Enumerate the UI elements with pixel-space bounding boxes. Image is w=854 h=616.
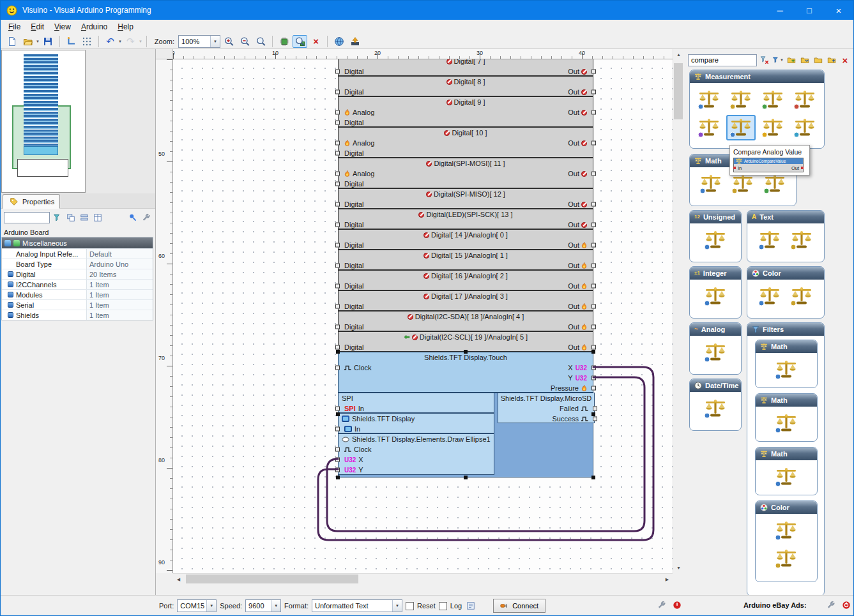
input-pin[interactable]: [335, 264, 340, 268]
selection-handle[interactable]: [591, 350, 595, 354]
output-pin[interactable]: [591, 264, 596, 268]
pin-block-digital-spi-mosi-11[interactable]: Digital(SPI-MOSI)[ 11 ]AnalogDigitalOut: [338, 158, 593, 188]
property-value[interactable]: 20 Items: [86, 269, 153, 279]
delete-selected-button[interactable]: ×: [309, 35, 323, 48]
chevron-down-icon[interactable]: ▼: [392, 600, 402, 612]
filter-icon[interactable]: [52, 212, 63, 223]
collapse-categories-icon[interactable]: [79, 212, 90, 223]
category-header-color[interactable]: Color: [756, 501, 817, 514]
undo-button[interactable]: ↶: [103, 35, 118, 48]
selection-handle[interactable]: [591, 412, 595, 416]
component-tft-display-touch[interactable]: Shields.TFT Display.Touch Clock X U32 Y …: [338, 352, 593, 393]
expand-node-icon[interactable]: [6, 282, 15, 287]
clock-input-pin[interactable]: [335, 366, 340, 370]
horizontal-scroll-thumb[interactable]: [186, 575, 358, 583]
open-web-button[interactable]: [332, 35, 346, 48]
output-pin[interactable]: [591, 172, 596, 176]
tools-icon[interactable]: [656, 599, 667, 611]
component-icon[interactable]: [755, 283, 784, 309]
input-pin[interactable]: [335, 151, 340, 156]
log-checkbox[interactable]: [439, 602, 447, 610]
zoom-select[interactable]: 100%▼: [178, 35, 220, 48]
component-tft-display-microsd[interactable]: Shields.TFT Display.MicroSD Failed Succe…: [498, 393, 595, 423]
input-pin[interactable]: [335, 223, 340, 227]
folder-open-icon[interactable]: [812, 54, 824, 66]
output-pin[interactable]: [591, 202, 596, 207]
maximize-button[interactable]: □: [795, 1, 824, 20]
category-header-filters[interactable]: Filters: [747, 323, 824, 336]
stop-icon[interactable]: [671, 599, 683, 611]
scroll-right-icon[interactable]: ▶: [662, 574, 673, 585]
component-icon[interactable]: [701, 340, 730, 365]
x-output-pin[interactable]: [591, 366, 596, 370]
speed-select[interactable]: 9600▼: [245, 599, 281, 612]
menu-edit[interactable]: Edit: [26, 20, 49, 33]
zoom-in-button[interactable]: [222, 35, 236, 48]
compile-upload-button[interactable]: [347, 35, 362, 48]
y-output-pin[interactable]: [591, 376, 596, 380]
minimize-button[interactable]: ─: [765, 1, 795, 20]
properties-search-input[interactable]: [4, 212, 50, 223]
pin-block-digital-10[interactable]: Digital[ 10 ]AnalogDigitalOut: [338, 127, 593, 158]
spi-input-pin[interactable]: [335, 407, 340, 411]
scroll-left-icon[interactable]: ◀: [173, 574, 184, 585]
category-header-unsigned[interactable]: 12Unsigned: [690, 211, 741, 223]
format-select[interactable]: Unformatted Text▼: [312, 599, 402, 612]
component-icon[interactable]: [772, 518, 801, 543]
component-icon[interactable]: [701, 283, 730, 309]
category-header-integer[interactable]: ±1Integer: [690, 267, 741, 280]
property-row-board-type[interactable]: Board TypeArduino Uno: [2, 259, 153, 269]
category-header-color[interactable]: Color: [747, 267, 824, 280]
component-icon[interactable]: [726, 115, 756, 140]
port-select[interactable]: COM15▼: [177, 599, 217, 612]
input-pin[interactable]: [335, 284, 340, 289]
input-pin[interactable]: [335, 172, 340, 176]
expand-node-icon[interactable]: [6, 302, 15, 308]
property-row-serial[interactable]: Serial1 Item: [2, 299, 153, 310]
component-icon[interactable]: [726, 87, 756, 112]
property-row-digital[interactable]: Digital20 Items: [2, 269, 153, 279]
chevron-down-icon[interactable]: ▼: [210, 36, 220, 47]
pin-block-digital-spi-miso-12[interactable]: Digital(SPI-MISO)[ 12 ]DigitalOut: [338, 188, 593, 209]
chevron-down-icon[interactable]: ▼: [271, 600, 280, 612]
component-icon[interactable]: [790, 115, 820, 140]
expand-node-icon[interactable]: [6, 312, 15, 318]
pin-block-digital-i2c-sda-18-analogin-4[interactable]: Digital(I2C-SDA)[ 18 ]/AnalogIn[ 4 ]Digi…: [338, 311, 593, 331]
pin-block-digital-16-analogin-2[interactable]: Digital[ 16 ]/AnalogIn[ 2 ]DigitalOut: [338, 270, 593, 290]
filter-menu-icon[interactable]: ▼: [772, 54, 784, 66]
pin-icon[interactable]: [127, 212, 139, 223]
column-view-icon[interactable]: [92, 212, 103, 223]
property-row-analog-input-refe[interactable]: Analog Input Refe...Default: [2, 248, 153, 259]
ellipse-x-pin[interactable]: [335, 458, 340, 462]
selection-handle[interactable]: [591, 476, 595, 479]
select-mode-button[interactable]: [293, 35, 307, 48]
close-button[interactable]: ×: [824, 1, 853, 20]
clear-search-icon[interactable]: [759, 54, 770, 66]
zoom-out-button[interactable]: [238, 35, 252, 48]
menu-arduino[interactable]: Arduino: [76, 20, 112, 33]
delete-category-icon[interactable]: ×: [839, 54, 851, 66]
selection-handle[interactable]: [464, 476, 468, 479]
output-pin[interactable]: [591, 345, 596, 350]
success-output-pin[interactable]: [593, 417, 597, 421]
component-icon[interactable]: [772, 464, 801, 490]
output-pin[interactable]: [591, 284, 596, 289]
input-pin[interactable]: [335, 325, 340, 329]
output-pin[interactable]: [591, 223, 596, 227]
component-icon[interactable]: [787, 283, 816, 309]
input-pin[interactable]: [335, 121, 340, 125]
property-row-i2cchannels[interactable]: I2CChannels1 Item: [2, 279, 153, 289]
component-icon[interactable]: [772, 410, 801, 436]
category-header-math[interactable]: Math: [756, 394, 817, 407]
selection-handle[interactable]: [336, 476, 340, 479]
input-pin[interactable]: [335, 243, 340, 248]
category-header-text[interactable]: AText: [747, 211, 824, 223]
chevron-down-icon[interactable]: ▼: [206, 600, 216, 612]
view-log-icon[interactable]: [465, 600, 477, 612]
component-icon[interactable]: [701, 227, 730, 253]
pressure-output-pin[interactable]: [591, 386, 596, 391]
component-icon[interactable]: [758, 87, 788, 112]
output-pin[interactable]: [591, 325, 596, 329]
zoom-fit-button[interactable]: [254, 35, 268, 48]
scroll-down-icon[interactable]: ▼: [673, 562, 684, 573]
